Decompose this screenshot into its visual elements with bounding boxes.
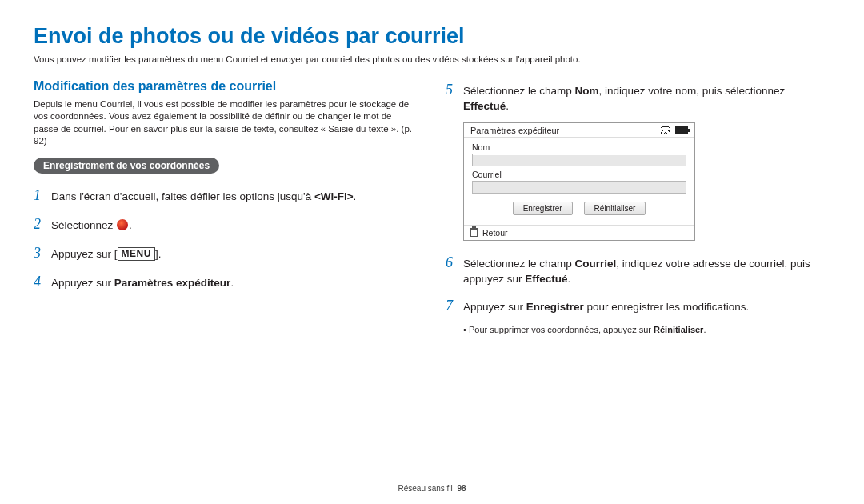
device-screenshot: Paramètres expéditeur Nom Courriel Enreg… — [463, 122, 695, 241]
step-5: 5 Sélectionnez le champ Nom, indiquez vo… — [446, 79, 830, 114]
bold: <Wi-Fi> — [314, 190, 354, 202]
step-text: Sélectionnez le champ Courriel, indiquez… — [463, 256, 830, 287]
text: , indiquez votre nom, puis sélectionnez — [599, 85, 786, 97]
page-intro: Vous pouvez modifier les paramètres du m… — [34, 54, 830, 66]
bold: Effectué — [525, 273, 567, 285]
step-4: 4 Appuyez sur Paramètres expéditeur. — [34, 271, 418, 292]
step-number: 1 — [34, 185, 51, 206]
bold: Réinitialiser — [654, 325, 703, 334]
device-footer: Retour — [464, 225, 694, 240]
app-icon — [117, 219, 128, 230]
name-field[interactable] — [472, 154, 686, 166]
text: Appuyez sur — [463, 301, 526, 313]
device-button-row: Enregistrer Réinitialiser — [472, 197, 686, 218]
footnote-bullet: Pour supprimer vos coordonnées, appuyez … — [470, 324, 830, 336]
field-label-name: Nom — [472, 142, 686, 152]
step-number: 5 — [446, 79, 463, 100]
battery-icon — [675, 126, 688, 134]
steps-right: 5 Sélectionnez le champ Nom, indiquez vo… — [446, 79, 830, 114]
text: . — [703, 325, 706, 334]
back-label[interactable]: Retour — [482, 228, 508, 238]
right-column: 5 Sélectionnez le champ Nom, indiquez vo… — [446, 79, 830, 336]
text: Appuyez sur [ — [51, 248, 118, 260]
step-number: 3 — [34, 242, 51, 263]
subsection-pill: Enregistrement de vos coordonnées — [34, 158, 219, 174]
device-header: Paramètres expéditeur — [464, 123, 694, 138]
step-1: 1 Dans l'écran d'accueil, faites défiler… — [34, 185, 418, 206]
steps-right-cont: 6 Sélectionnez le champ Courriel, indiqu… — [446, 252, 830, 316]
step-number: 4 — [34, 271, 51, 292]
text: Sélectionnez le champ — [463, 258, 575, 270]
text: . — [568, 273, 571, 285]
text: Dans l'écran d'accueil, faites défiler l… — [51, 190, 314, 202]
email-field[interactable] — [472, 181, 686, 194]
bold: Courriel — [575, 258, 617, 270]
field-label-email: Courriel — [472, 170, 686, 179]
menu-button-chip: MENU — [118, 247, 155, 261]
text: Appuyez sur — [51, 277, 114, 289]
step-text: Sélectionnez le champ Nom, indiquez votr… — [463, 83, 830, 114]
reset-button[interactable]: Réinitialiser — [584, 202, 646, 215]
step-3: 3 Appuyez sur [MENU]. — [34, 242, 418, 263]
text: pour enregistrer les modifications. — [584, 301, 749, 313]
text: Sélectionnez le champ — [463, 85, 575, 97]
left-column: Modification des paramètres de courriel … — [34, 79, 418, 336]
content-columns: Modification des paramètres de courriel … — [34, 79, 830, 336]
step-text: Appuyez sur Enregistrer pour enregistrer… — [463, 299, 830, 315]
device-status-icons — [661, 126, 688, 134]
page-footer: Réseau sans fil 98 — [0, 484, 864, 493]
bold: Enregistrer — [526, 301, 584, 313]
step-7: 7 Appuyez sur Enregistrer pour enregistr… — [446, 295, 830, 316]
trash-icon — [470, 228, 478, 237]
text: . — [354, 190, 357, 202]
footer-section: Réseau sans fil — [398, 484, 452, 493]
step-number: 2 — [34, 214, 51, 234]
text: ]. — [155, 248, 162, 260]
step-number: 6 — [446, 252, 463, 273]
step-2: 2 Sélectionnez . — [34, 214, 418, 234]
bold: Nom — [575, 85, 599, 97]
step-6: 6 Sélectionnez le champ Courriel, indiqu… — [446, 252, 830, 287]
wifi-icon — [661, 126, 670, 134]
step-text: Appuyez sur [MENU]. — [51, 246, 418, 262]
page-title: Envoi de photos ou de vidéos par courrie… — [34, 24, 830, 49]
text: Sélectionnez — [51, 219, 116, 231]
page-number: 98 — [457, 484, 466, 493]
step-text: Dans l'écran d'accueil, faites défiler l… — [51, 189, 418, 205]
step-text: Appuyez sur Paramètres expéditeur. — [51, 275, 418, 291]
bold: Paramètres expéditeur — [114, 277, 231, 289]
bold: Effectué — [463, 100, 506, 112]
text: Pour supprimer vos coordonnées, appuyez … — [469, 325, 654, 334]
steps-left: 1 Dans l'écran d'accueil, faites défiler… — [34, 185, 418, 292]
save-button[interactable]: Enregistrer — [513, 202, 573, 215]
section-intro: Depuis le menu Courriel, il vous est pos… — [34, 98, 418, 148]
text: . — [230, 277, 234, 289]
step-number: 7 — [446, 295, 463, 316]
device-body: Nom Courriel Enregistrer Réinitialiser — [464, 138, 694, 225]
text: . — [129, 219, 132, 231]
text: . — [506, 100, 509, 112]
device-title: Paramètres expéditeur — [470, 126, 559, 135]
step-text: Sélectionnez . — [51, 218, 418, 234]
section-title: Modification des paramètres de courriel — [34, 79, 418, 94]
